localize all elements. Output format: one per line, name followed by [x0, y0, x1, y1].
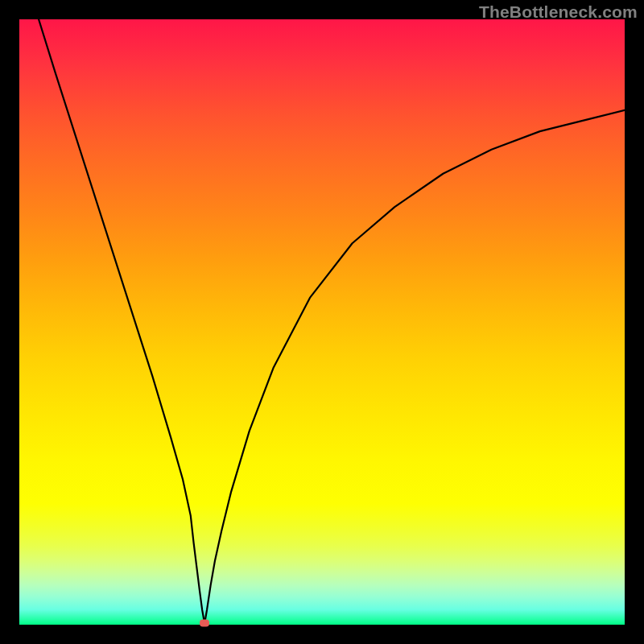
chart-container: TheBottleneck.com — [0, 0, 644, 644]
plot-area — [19, 19, 625, 625]
line-curve — [19, 19, 625, 625]
watermark-text: TheBottleneck.com — [479, 2, 638, 22]
minimum-marker — [200, 620, 209, 627]
